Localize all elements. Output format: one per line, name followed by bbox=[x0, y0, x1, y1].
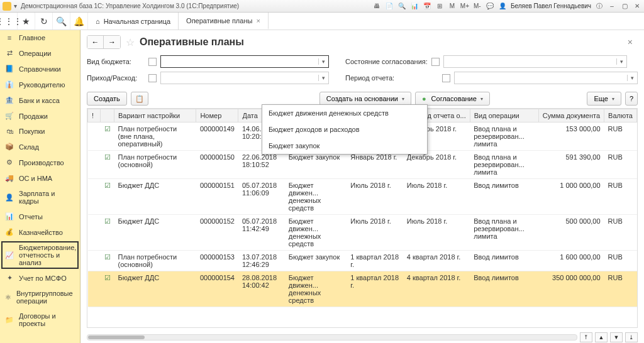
close-icon[interactable]: ✕ bbox=[633, 2, 641, 11]
app-menu-chevron-icon[interactable]: ▾ bbox=[14, 3, 17, 9]
sidebar-item[interactable]: 🚚ОС и НМА bbox=[0, 170, 80, 186]
tab-operative-plans[interactable]: Оперативные планы × bbox=[179, 13, 269, 30]
sidebar-item[interactable]: 🏦Банк и касса bbox=[0, 92, 80, 108]
toolbar-icon[interactable]: 📊 bbox=[410, 2, 419, 11]
dropdown-chevron-icon[interactable]: ▾ bbox=[318, 75, 328, 81]
scroll-up-button[interactable]: ▲ bbox=[595, 332, 608, 342]
sidebar-item[interactable]: ✦Учет по МСФО bbox=[0, 270, 80, 286]
maximize-icon[interactable]: ▢ bbox=[620, 2, 629, 11]
table-row[interactable]: ☑Бюджет ДДС00000015205.07.2018 11:42:49Б… bbox=[88, 215, 637, 251]
col-optype[interactable]: Вид операции bbox=[470, 109, 538, 122]
scroll-bottom-button[interactable]: ⤓ bbox=[625, 332, 638, 342]
scroll-top-button[interactable]: ⤒ bbox=[580, 332, 592, 342]
col-number[interactable]: Номер bbox=[196, 109, 238, 122]
dropdown-chevron-icon[interactable]: ▾ bbox=[318, 58, 328, 65]
horizontal-scrollbar[interactable] bbox=[87, 334, 577, 340]
sidebar-item-budgeting[interactable]: 📈Бюджетирование, отчетность и анализ bbox=[0, 240, 80, 270]
table-row[interactable]: ☑План потребности (основной)00000015313.… bbox=[88, 251, 637, 271]
ifrs-icon: ✦ bbox=[5, 274, 14, 282]
history-icon[interactable]: ↻ bbox=[35, 13, 53, 30]
state-checkbox[interactable] bbox=[431, 58, 440, 66]
chat-icon[interactable]: 💬 bbox=[486, 2, 494, 11]
cell-optype: Ввод лимитов bbox=[470, 179, 538, 215]
toolbar-icon[interactable]: 📄 bbox=[385, 2, 394, 11]
page-close-icon[interactable]: × bbox=[628, 37, 638, 47]
sidebar-item[interactable]: ⚛Внутригрупповые операции bbox=[0, 286, 80, 308]
cell-amount: 1 600 000,00 bbox=[538, 251, 604, 271]
state-select[interactable]: ▾ bbox=[443, 55, 627, 68]
info-icon[interactable]: ⓘ bbox=[595, 2, 604, 11]
bell-icon[interactable]: 🔔 bbox=[70, 13, 88, 30]
period-select[interactable]: ▾ bbox=[454, 72, 638, 84]
navigation-sidebar: ≡Главное ⇄Операции 📘Справочники 👔Руковод… bbox=[0, 30, 80, 343]
budgettype-select[interactable]: ▾ bbox=[160, 55, 329, 68]
col-icon[interactable] bbox=[101, 109, 114, 122]
table-row[interactable]: ☑Бюджет ДДС00000015428.08.2018 14:00:42Б… bbox=[88, 271, 637, 307]
table-row[interactable]: ☑План потребности (основной)00000015022.… bbox=[88, 151, 637, 179]
dropdown-option[interactable]: Бюджет доходов и расходов bbox=[262, 121, 427, 138]
filter-label-state: Состояние согласования: bbox=[345, 58, 428, 65]
dropdown-option[interactable]: Бюджет движения денежных средств bbox=[262, 105, 427, 121]
toolbar-icon[interactable]: 🖶 bbox=[372, 2, 381, 11]
sidebar-item-label: Покупки bbox=[19, 128, 45, 135]
cell-period-end: 4 квартал 2018 г. bbox=[403, 251, 470, 271]
cell-btype: Бюджет движен... денежных средств bbox=[285, 271, 347, 307]
sidebar-item[interactable]: 📘Справочники bbox=[0, 61, 80, 77]
sidebar-item[interactable]: 🛒Продажи bbox=[0, 108, 80, 124]
dropdown-chevron-icon[interactable]: ▾ bbox=[627, 75, 637, 81]
create-button[interactable]: Создать bbox=[87, 92, 127, 106]
col-variant[interactable]: Вариант настройки bbox=[114, 109, 196, 122]
dropdown-chevron-icon[interactable]: ▾ bbox=[616, 58, 626, 65]
col-currency[interactable]: Валюта bbox=[604, 109, 637, 122]
table-row[interactable]: ☑Бюджет ДДС00000015105.07.2018 11:06:09Б… bbox=[88, 179, 637, 215]
nav-back-button[interactable]: ← bbox=[87, 36, 104, 48]
create-based-button[interactable]: Создать на основании▾ bbox=[319, 92, 411, 106]
scrollbar-thumb[interactable] bbox=[88, 335, 145, 339]
warehouse-icon: 📦 bbox=[5, 143, 14, 151]
period-checkbox[interactable] bbox=[442, 74, 450, 82]
col-amount[interactable]: Сумма документа bbox=[538, 109, 604, 122]
scroll-down-button[interactable]: ▼ bbox=[610, 332, 623, 342]
tab-close-icon[interactable]: × bbox=[256, 17, 260, 24]
sidebar-item[interactable]: 👔Руководителю bbox=[0, 77, 80, 92]
budgettype-checkbox[interactable] bbox=[148, 58, 157, 66]
favorite-star-icon[interactable]: ☆ bbox=[126, 36, 135, 48]
letter-m-minus-icon[interactable]: M- bbox=[473, 2, 482, 11]
sidebar-item[interactable]: 💰Казначейство bbox=[0, 224, 80, 240]
cell-variant: Бюджет ДДС bbox=[114, 271, 196, 307]
flow-checkbox[interactable] bbox=[148, 74, 157, 82]
sidebar-item[interactable]: 📁Договоры и проекты bbox=[0, 308, 80, 331]
sidebar-item[interactable]: ⇄Операции bbox=[0, 45, 80, 61]
cell-period-end: Декабрь 2018 г. bbox=[403, 151, 470, 179]
minimize-icon[interactable]: – bbox=[608, 2, 616, 11]
cell-period: Июль 2018 г. bbox=[347, 215, 402, 251]
toolbar-icon[interactable]: ⊞ bbox=[435, 2, 444, 11]
assets-icon: 🚚 bbox=[5, 174, 14, 182]
contracts-icon: 📁 bbox=[5, 316, 14, 324]
cell-period: Июль 2018 г. bbox=[347, 179, 402, 215]
sidebar-item[interactable]: ≡Главное bbox=[0, 30, 80, 45]
copy-button[interactable]: 📋 bbox=[131, 92, 148, 106]
sidebar-item[interactable]: 📦Склад bbox=[0, 139, 80, 155]
letter-m-plus-icon[interactable]: M+ bbox=[460, 2, 469, 11]
sidebar-item[interactable]: 🛍Покупки bbox=[0, 124, 80, 139]
user-name[interactable]: Беляев Павел Геннадьевич bbox=[511, 3, 591, 9]
button-label: Еще bbox=[594, 95, 608, 102]
sidebar-item[interactable]: ⚙Производство bbox=[0, 155, 80, 170]
help-button[interactable]: ? bbox=[625, 92, 638, 106]
tab-home[interactable]: ⌂ Начальная страница bbox=[88, 13, 179, 30]
apps-grid-icon[interactable]: ⋮⋮⋮ bbox=[0, 13, 18, 30]
more-button[interactable]: Еще▾ bbox=[587, 92, 621, 106]
toolbar-icon[interactable]: 🔍 bbox=[397, 2, 406, 11]
col-mark[interactable]: ! bbox=[88, 109, 101, 122]
sidebar-item[interactable]: 📊Отчеты bbox=[0, 209, 80, 224]
star-icon[interactable]: ★ bbox=[18, 13, 35, 30]
approval-button[interactable]: Согласование▾ bbox=[415, 92, 490, 106]
search-icon[interactable]: 🔍 bbox=[53, 13, 70, 30]
flow-select[interactable]: ▾ bbox=[160, 72, 329, 84]
sidebar-item[interactable]: 👤Зарплата и кадры bbox=[0, 186, 80, 209]
dropdown-option[interactable]: Бюджет закупок bbox=[262, 138, 427, 154]
letter-m-icon[interactable]: M bbox=[448, 2, 457, 11]
calendar-icon[interactable]: 📅 bbox=[423, 2, 431, 11]
nav-forward-button[interactable]: → bbox=[104, 36, 120, 48]
